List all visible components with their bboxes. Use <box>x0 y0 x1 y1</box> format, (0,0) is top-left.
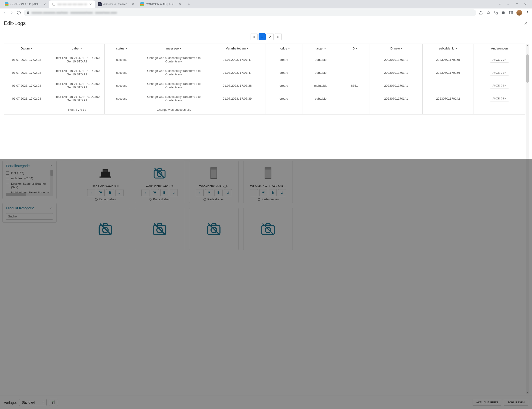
url-field[interactable]: xxxxxxx.xxxxxxxx.xxx/xxxx · xxxxxxxxxx/x… <box>24 9 476 16</box>
col-subtable[interactable]: subtable_id <box>439 47 457 50</box>
browser-tab[interactable]: CONIGON ADIB | ADIB Config <box>137 0 185 8</box>
product-card[interactable] <box>189 208 238 250</box>
checkbox-icon[interactable] <box>6 184 9 187</box>
col-idnew[interactable]: ID_new <box>390 47 403 50</box>
chevron-up-icon[interactable] <box>49 206 53 210</box>
show-button[interactable]: ANZEIGEN <box>490 96 509 101</box>
new-tab-button[interactable] <box>186 1 192 8</box>
back-button[interactable] <box>2 10 7 15</box>
info-button[interactable] <box>250 189 258 196</box>
flip-card[interactable]: Karte drehen <box>95 198 116 201</box>
compare-button[interactable] <box>224 189 232 196</box>
table-cell <box>339 53 370 66</box>
svg-rect-2 <box>5 5 9 6</box>
facet-search-input[interactable] <box>6 213 53 220</box>
flip-card[interactable]: Karte drehen <box>149 198 170 201</box>
close-icon[interactable] <box>523 21 528 26</box>
info-button[interactable] <box>87 189 95 196</box>
col-target[interactable]: target <box>315 47 326 50</box>
product-card[interactable]: Océ ColorWave 300Karte drehen <box>81 161 130 203</box>
cart-button[interactable] <box>205 189 213 196</box>
show-button[interactable]: ANZEIGEN <box>490 57 509 62</box>
tab-title: xxx xxx xxx xxx xxxx xx <box>57 3 87 6</box>
cart-button[interactable] <box>97 189 105 196</box>
page-1[interactable]: 1 <box>259 33 266 40</box>
facet-scrollbar[interactable] <box>50 170 53 193</box>
product-card[interactable] <box>243 208 293 250</box>
compare-button[interactable] <box>170 189 178 196</box>
compare-button[interactable] <box>115 189 124 196</box>
facet-item[interactable]: nicht leer (6104) <box>6 176 53 181</box>
facet-portalcategory: Portalkategorie leer (766)nicht leer (61… <box>2 161 57 199</box>
table-cell: 20230701170141 <box>370 53 423 66</box>
svg-rect-29 <box>211 167 217 169</box>
checkbox-icon[interactable] <box>6 171 9 175</box>
page-2[interactable]: 2 <box>266 33 274 40</box>
star-icon[interactable] <box>486 11 491 15</box>
table-cell <box>4 105 49 114</box>
page-prev[interactable]: « <box>251 33 258 40</box>
flip-card[interactable]: Karte drehen <box>257 198 279 201</box>
show-button[interactable]: ANZEIGEN <box>490 83 509 88</box>
browser-chrome: CONIGON ADIB | ADIB Config xxx xxx xxx x… <box>0 0 532 17</box>
facet-item[interactable]: leer (766) <box>6 170 53 176</box>
col-status[interactable]: status <box>116 47 127 50</box>
chevron-up-icon[interactable] <box>49 164 53 168</box>
col-datum[interactable]: Datum <box>21 47 33 50</box>
svg-point-3 <box>52 3 55 6</box>
info-button[interactable] <box>196 189 204 196</box>
facet-hscrollbar[interactable] <box>6 193 53 196</box>
forward-button[interactable] <box>10 10 14 15</box>
product-card[interactable] <box>81 208 130 250</box>
scroll-up-icon[interactable]: ▴ <box>526 44 529 47</box>
maximize-icon[interactable] <box>515 2 519 6</box>
info-button[interactable] <box>142 189 149 196</box>
product-card[interactable]: WorkCentre 7428RXKarte drehen <box>135 161 184 203</box>
share-icon[interactable] <box>479 11 483 15</box>
flip-card[interactable]: Karte drehen <box>203 198 224 201</box>
close-icon[interactable] <box>179 3 182 6</box>
close-icon[interactable] <box>131 3 135 6</box>
table-cell: success <box>105 79 139 92</box>
document-button[interactable] <box>215 189 222 196</box>
document-button[interactable] <box>106 189 114 196</box>
table-cell: 20230701170141 <box>370 92 423 105</box>
facet-item-label: Drucker-Scanner-Beamer (392) <box>11 182 53 189</box>
close-icon[interactable] <box>523 2 527 6</box>
table-cell <box>339 105 370 114</box>
page-next[interactable]: » <box>275 33 282 40</box>
browser-tab[interactable]: elasticvue | Search <box>95 0 137 8</box>
facet-item[interactable]: Drucker-Scanner-Beamer (392) <box>6 181 53 190</box>
checkbox-icon[interactable] <box>6 177 9 180</box>
product-card[interactable]: WC5645 / WC5745/ 584...Karte drehen <box>243 161 293 203</box>
sidepanel-icon[interactable] <box>509 11 513 15</box>
menu-icon[interactable] <box>525 11 530 15</box>
product-card[interactable] <box>135 208 184 250</box>
col-label[interactable]: Label <box>72 47 82 50</box>
cart-button[interactable] <box>151 189 159 196</box>
browser-tab-active[interactable]: xxx xxx xxx xxx xxxx xx <box>49 0 95 8</box>
favicon-icon <box>140 2 144 6</box>
minimize-icon[interactable] <box>506 2 510 6</box>
close-icon[interactable] <box>89 3 92 6</box>
show-button[interactable]: ANZEIGEN <box>490 70 509 75</box>
close-icon[interactable] <box>43 3 46 6</box>
chevron-down-icon[interactable] <box>498 2 502 6</box>
svg-point-36 <box>263 194 263 194</box>
cart-button[interactable] <box>259 189 267 196</box>
translate-icon[interactable] <box>494 11 498 15</box>
browser-tab[interactable]: CONIGON ADIB | ADIB Config <box>2 0 49 8</box>
compare-button[interactable] <box>278 189 286 196</box>
document-button[interactable] <box>160 189 168 196</box>
reload-button[interactable] <box>17 10 21 15</box>
scroll-thumb[interactable] <box>526 55 529 83</box>
col-modus[interactable]: modus <box>278 47 290 50</box>
document-button[interactable] <box>269 189 277 196</box>
col-verarbeitet[interactable]: Verarbeitet am <box>226 47 249 50</box>
table-cell: subtable <box>302 53 339 66</box>
col-id[interactable]: ID <box>352 47 357 50</box>
extensions-icon[interactable] <box>501 11 506 15</box>
col-message[interactable]: message <box>166 47 181 50</box>
product-card[interactable]: Workcentre 7530V_RKarte drehen <box>189 161 238 203</box>
profile-avatar[interactable] <box>516 10 522 16</box>
